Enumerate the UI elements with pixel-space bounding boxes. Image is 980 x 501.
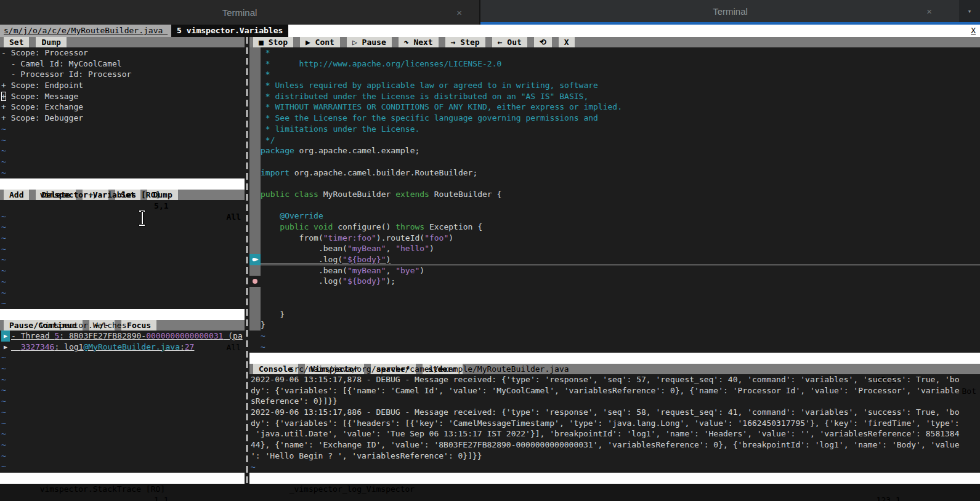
buffer-line[interactable]: + Scope: Exchange — [0, 102, 245, 113]
cont-button[interactable]: ▶ Cont — [300, 37, 340, 47]
terminal-tab-title: Terminal — [222, 7, 257, 18]
buffer-line[interactable]: + Scope: Endpoint — [0, 80, 245, 91]
frame-expand-icon[interactable]: ▶ — [1, 342, 10, 353]
text-segment: org.apache.camel.example; — [294, 146, 420, 155]
buffer-line[interactable]: ●▶ .log("${body}") — [249, 254, 980, 265]
buffer-line[interactable]: 'java.util.Date', 'value': 'Tue Sep 06 1… — [249, 428, 980, 439]
x-button[interactable]: X — [559, 37, 575, 47]
text-segment: * — [261, 70, 270, 79]
empty-line: ~ — [0, 396, 245, 407]
buffer-line[interactable]: * — [249, 69, 980, 80]
tab-myroutebuilder-java[interactable]: s/m/j/o/a/c/e/MyRouteBuilder.java — [0, 25, 171, 37]
terminal-tab-left[interactable]: Terminal × — [0, 0, 480, 25]
buffer-line[interactable]: ▶ 3327346: log1@MyRouteBuilder.java:27 — [0, 342, 245, 353]
next-button[interactable]: ↷ Next — [399, 37, 439, 47]
chevron-down-icon[interactable]: ▾ — [959, 0, 980, 22]
icon-button[interactable]: ⟲ — [534, 37, 552, 47]
breakpoint-icon[interactable] — [249, 276, 261, 287]
text-segment: ~ — [1, 266, 6, 275]
buffer-line[interactable]: @Override — [249, 210, 980, 222]
buffer-line[interactable]: .bean("myBean", "hello") — [249, 243, 980, 254]
out-button[interactable]: ← Out — [492, 37, 527, 47]
buffer-line[interactable]: * — [249, 47, 980, 58]
buffer-line[interactable]: dy': {'variables': [{'headers': [{'key':… — [249, 418, 980, 429]
buffer-line[interactable]: 2022-09-06 13:15:17,878 - DEBUG - Messag… — [249, 374, 980, 385]
statusline-name: vimspector.Variables [RO] — [39, 190, 161, 199]
buffer-line[interactable]: * limitations under the License. — [249, 124, 980, 135]
text-segment: "${body}" — [342, 255, 386, 264]
buffer-line[interactable]: .log("${body}"); — [249, 276, 980, 287]
text-segment: extends — [395, 190, 429, 199]
buffer-line[interactable]: * distributed under the License is distr… — [249, 91, 980, 102]
dump-button[interactable]: Dump — [36, 37, 66, 47]
buffer-line[interactable]: + Scope: Debugger — [0, 113, 245, 124]
buffer-line[interactable]: */ — [249, 135, 980, 146]
buffer-line[interactable]: public class MyRouteBuilder extends Rout… — [249, 189, 980, 200]
text-segment: : 8B03FE27FB82890- — [59, 331, 146, 340]
text-segment: ~ — [261, 342, 265, 351]
buffer-line[interactable]: dy': {'variables': [{'name': 'Camel Id',… — [249, 385, 980, 396]
current-line-sign[interactable]: ●▶ — [249, 254, 261, 265]
text-segment: ~ — [1, 385, 6, 395]
buffer-line[interactable]: import org.apache.camel.builder.RouteBui… — [249, 167, 980, 178]
buffer-line[interactable]: * http://www.apache.org/licenses/LICENSE… — [249, 58, 980, 70]
text-segment: "bye" — [395, 266, 419, 275]
text-segment: , — [386, 244, 396, 253]
sign-column — [249, 178, 261, 189]
buffer-line[interactable]: - Scope: Processor — [0, 47, 245, 58]
buffer-line[interactable]: - Camel Id: MyCoolCamel — [0, 58, 245, 70]
focus-button[interactable]: Focus — [121, 320, 156, 331]
buffer-line[interactable]: sReference': 0}]}} — [249, 396, 980, 407]
stacktrace-window[interactable]: ▶- Thread 5: 8B03FE27FB82890-00000000000… — [0, 331, 245, 473]
empty-line: ~ — [249, 342, 980, 353]
console-window[interactable]: 2022-09-06 13:15:17,878 - DEBUG - Messag… — [249, 374, 980, 473]
buffer-line[interactable]: * See the License for the specific langu… — [249, 113, 980, 124]
active-thread-icon[interactable]: ▶ — [1, 331, 10, 342]
buffer-line[interactable]: 44}, {'name': 'Exchange ID', 'value': '8… — [249, 439, 980, 451]
terminal-tab-right[interactable]: Terminal × ▾ — [480, 0, 980, 25]
text-segment: sReference': 0}]}} — [251, 396, 338, 406]
sign-column — [249, 319, 261, 331]
window-separator[interactable] — [245, 37, 249, 484]
buffer-line[interactable]: package org.apache.camel.example; — [249, 145, 980, 156]
close-icon[interactable]: × — [456, 7, 462, 18]
buffer-line[interactable]: } — [249, 319, 980, 331]
buffer-line[interactable]: * WITHOUT WARRANTIES OR CONDITIONS OF AN… — [249, 102, 980, 113]
buffer-line[interactable]: ▶- Thread 5: 8B03FE27FB82890-00000000000… — [0, 331, 245, 342]
buffer-line[interactable]: .bean("myBean", "bye") — [249, 265, 980, 276]
tabline-close-button[interactable]: X — [966, 25, 980, 37]
text-segment: .bean( — [261, 244, 347, 253]
text-segment: 2022-09-06 13:15:17,886 - DEBUG - Messag… — [251, 407, 960, 417]
statusline-position: 123,1 — [877, 495, 901, 501]
empty-line: ~ — [0, 287, 245, 299]
text-segment: ~ — [1, 124, 6, 134]
sign-column — [249, 265, 261, 276]
buffer-line[interactable]: from("timer:foo").routeId("foo") — [249, 233, 980, 244]
variables-window[interactable]: - Scope: Processor - Camel Id: MyCoolCam… — [0, 47, 245, 178]
buffer-line — [249, 200, 980, 211]
text-segment: "foo" — [424, 233, 448, 242]
text-segment: .bean( — [261, 266, 347, 275]
buffer-line[interactable]: - Processor Id: Processor — [0, 69, 245, 80]
empty-line: ~ — [0, 407, 245, 418]
buffer-line[interactable]: * Unless required by applicable law or a… — [249, 80, 980, 91]
set-button[interactable]: Set — [4, 37, 29, 47]
statusline-code: src/main/java/org/apache/camel/example/M… — [249, 353, 980, 364]
text-segment: */ — [261, 135, 275, 145]
buffer-line[interactable]: + Scope: Message — [0, 91, 245, 102]
buffer-line[interactable]: 2022-09-06 13:15:17,886 - DEBUG - Messag… — [249, 407, 980, 418]
buffer-line[interactable]: public void configure() throws Exception… — [249, 222, 980, 233]
close-icon[interactable]: × — [926, 6, 932, 17]
tab-vimspector-variables[interactable]: 5 vimspector.Variables — [171, 25, 288, 37]
buffer-line[interactable]: ': 'Hello Begin ? ', 'variablesReference… — [249, 451, 980, 462]
text-segment: ~ — [1, 222, 6, 231]
pause-button[interactable]: ▷ Pause — [347, 37, 392, 47]
step-button[interactable]: → Step — [445, 37, 485, 47]
text-segment: ~ — [1, 277, 6, 286]
stop-button[interactable]: ■ Stop — [253, 37, 293, 47]
watches-window[interactable]: ~~~~~~~~~ — [0, 200, 245, 309]
text-segment: ~ — [1, 429, 6, 438]
code-window[interactable]: * * http://www.apache.org/licenses/LICEN… — [249, 47, 980, 353]
text-segment: + Scope: Debugger — [1, 113, 83, 122]
buffer-line[interactable]: } — [249, 309, 980, 320]
